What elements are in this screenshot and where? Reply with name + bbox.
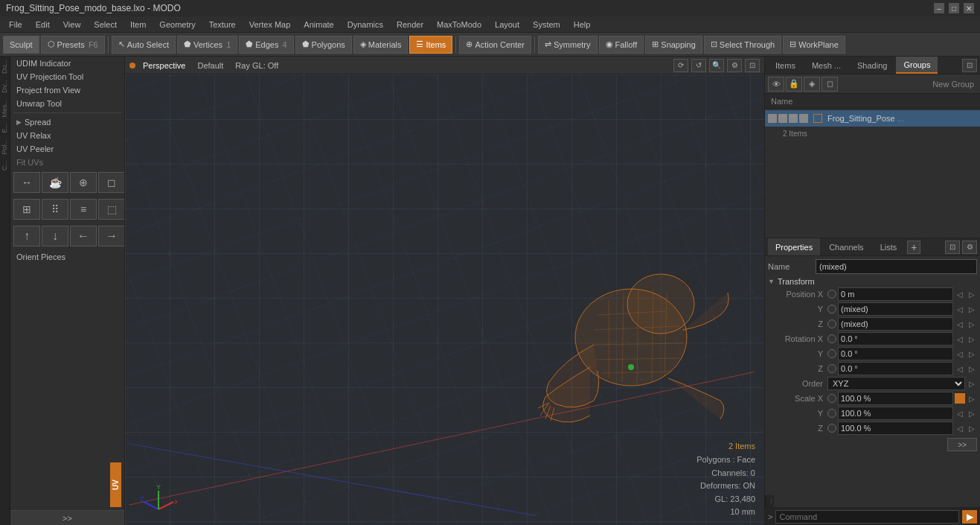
menu-layout[interactable]: Layout bbox=[489, 19, 525, 31]
prop-pos-y-lock[interactable]: ◁ bbox=[955, 304, 965, 314]
transform-section[interactable]: Transform bbox=[768, 277, 977, 286]
left-tab-pol[interactable]: Pol... bbox=[0, 136, 10, 158]
menu-edit[interactable]: Edit bbox=[30, 19, 56, 31]
tool-unwrap[interactable]: Unwrap Tool bbox=[10, 97, 124, 110]
tool-arrow-right[interactable]: → bbox=[98, 226, 124, 246]
materials-button[interactable]: ◈ Materials bbox=[353, 36, 409, 54]
prop-rot-x-radio[interactable] bbox=[827, 334, 836, 343]
maximize-button[interactable]: □ bbox=[949, 3, 959, 13]
prop-rot-y-radio[interactable] bbox=[827, 349, 836, 358]
polygons-button[interactable]: ⬟ Polygons bbox=[295, 36, 352, 54]
command-execute-button[interactable]: ▶ bbox=[962, 510, 977, 524]
tool-udim-indicator[interactable]: UDIM Indicator bbox=[10, 57, 124, 70]
items-tb-shade[interactable]: ◻ bbox=[822, 77, 838, 92]
props-expand-btn[interactable]: >> bbox=[947, 438, 977, 451]
window-controls[interactable]: – □ ✕ bbox=[934, 3, 974, 13]
prop-scale-x-lock[interactable]: ▷ bbox=[967, 393, 977, 404]
prop-pos-x-input[interactable] bbox=[838, 287, 953, 301]
left-tab-dv[interactable]: Dv... bbox=[0, 77, 10, 96]
viewport[interactable]: Perspective Default Ray GL: Off ⟳ ↺ 🔍 ⚙ … bbox=[125, 57, 764, 525]
prop-rot-x-anim[interactable]: ▷ bbox=[967, 334, 977, 344]
tool-spread[interactable]: ▶ Spread bbox=[10, 115, 124, 129]
close-button[interactable]: ✕ bbox=[964, 3, 974, 13]
edges-button[interactable]: ⬟ Edges 4 bbox=[239, 36, 293, 54]
rp-tab-shading[interactable]: Shading bbox=[850, 57, 894, 74]
viewport-raygl[interactable]: Ray GL: Off bbox=[231, 61, 283, 70]
props-tab-add[interactable]: + bbox=[907, 241, 920, 254]
prop-scale-y-input[interactable] bbox=[838, 407, 953, 420]
prop-pos-z-lock[interactable]: ◁ bbox=[955, 319, 965, 329]
viewport-perspective[interactable]: Perspective bbox=[138, 61, 190, 70]
prop-rot-x-input[interactable] bbox=[838, 332, 953, 346]
command-input[interactable] bbox=[775, 510, 959, 524]
action-center-button[interactable]: ⊕ Action Center bbox=[459, 36, 531, 54]
viewport-orbit-icon[interactable]: ⟳ bbox=[673, 59, 688, 72]
prop-scale-z-anim[interactable]: ▷ bbox=[967, 423, 977, 433]
auto-select-button[interactable]: ↖ Auto Select bbox=[112, 36, 176, 54]
menu-select[interactable]: Select bbox=[88, 19, 123, 31]
prop-rot-z-lock[interactable]: ◁ bbox=[955, 363, 965, 374]
viewport-canvas[interactable]: 2 Items Polygons : Face Channels: 0 Defo… bbox=[125, 74, 764, 525]
vertices-button[interactable]: ⬟ Vertices 1 bbox=[177, 36, 237, 54]
items-button[interactable]: ☰ Items bbox=[409, 36, 452, 54]
menu-system[interactable]: System bbox=[527, 19, 566, 31]
tool-arrow-left[interactable]: ← bbox=[70, 226, 97, 246]
symmetry-button[interactable]: ⇌ Symmetry bbox=[538, 36, 598, 54]
prop-pos-y-anim[interactable]: ▷ bbox=[967, 304, 977, 314]
menu-dynamics[interactable]: Dynamics bbox=[342, 19, 389, 31]
items-tb-lock[interactable]: 🔒 bbox=[786, 77, 802, 92]
items-tb-eye[interactable]: 👁 bbox=[768, 77, 784, 92]
items-tb-render[interactable]: ◈ bbox=[804, 77, 820, 92]
menu-view[interactable]: View bbox=[57, 19, 87, 31]
left-tab-mess[interactable]: Mes... bbox=[0, 96, 10, 121]
props-tab-lists[interactable]: Lists bbox=[873, 238, 905, 255]
prop-scale-y-radio[interactable] bbox=[827, 409, 836, 418]
menu-geometry[interactable]: Geometry bbox=[153, 19, 201, 31]
minimize-button[interactable]: – bbox=[934, 3, 944, 13]
menu-maxtomodo[interactable]: MaxToModo bbox=[431, 19, 487, 31]
prop-scale-y-lock[interactable]: ◁ bbox=[955, 408, 965, 419]
props-tab-properties[interactable]: Properties bbox=[768, 238, 820, 255]
prop-order-anim[interactable]: ▷ bbox=[967, 378, 977, 389]
props-expand-icon[interactable]: ⊡ bbox=[945, 241, 960, 254]
prop-pos-x-anim[interactable]: ▷ bbox=[967, 289, 977, 299]
rst-1[interactable]: ... bbox=[766, 495, 774, 507]
prop-pos-z-input[interactable] bbox=[838, 317, 953, 331]
prop-scale-x-anim[interactable] bbox=[955, 393, 965, 404]
prop-scale-x-input[interactable] bbox=[838, 392, 953, 405]
tool-project-from-view[interactable]: Project from View bbox=[10, 83, 124, 97]
tool-uv-peeler[interactable]: UV Peeler bbox=[10, 142, 124, 156]
prop-rot-y-lock[interactable]: ◁ bbox=[955, 349, 965, 359]
viewport-zoom-icon[interactable]: 🔍 bbox=[709, 59, 724, 72]
prop-scale-x-radio[interactable] bbox=[827, 394, 836, 403]
prop-rot-z-radio[interactable] bbox=[827, 364, 836, 373]
menu-render[interactable]: Render bbox=[391, 19, 429, 31]
tool-uv-relax[interactable]: UV Relax bbox=[10, 129, 124, 142]
viewport-settings-icon[interactable]: ⚙ bbox=[727, 59, 742, 72]
prop-pos-z-anim[interactable]: ▷ bbox=[967, 319, 977, 329]
tool-icon-axis[interactable]: ⊕ bbox=[70, 172, 97, 193]
list-item-frog[interactable]: Frog_Sitting_Pose ... bbox=[765, 110, 980, 127]
prop-pos-y-radio[interactable] bbox=[827, 305, 836, 314]
tool-fit-uvs[interactable]: Fit UVs bbox=[10, 156, 124, 169]
prop-scale-z-input[interactable] bbox=[838, 421, 953, 435]
left-tab-c[interactable]: C... bbox=[0, 157, 10, 174]
tool-icon-lines[interactable]: ≡ bbox=[70, 199, 97, 220]
prop-pos-x-lock[interactable]: ◁ bbox=[955, 289, 965, 299]
viewport-expand-icon[interactable]: ⊡ bbox=[745, 59, 760, 72]
prop-name-input[interactable] bbox=[816, 259, 977, 274]
select-through-button[interactable]: ⊡ Select Through bbox=[704, 36, 781, 54]
tool-icon-grid[interactable]: ⊞ bbox=[13, 199, 40, 220]
prop-pos-x-radio[interactable] bbox=[827, 290, 836, 299]
prop-rot-y-anim[interactable]: ▷ bbox=[967, 349, 977, 359]
workplane-button[interactable]: ⊟ WorkPlane bbox=[783, 36, 845, 54]
tool-icon-cup[interactable]: ☕ bbox=[42, 172, 68, 193]
prop-scale-z-radio[interactable] bbox=[827, 424, 836, 433]
prop-scale-z-lock[interactable]: ◁ bbox=[955, 423, 965, 433]
rp-tab-items[interactable]: Items bbox=[768, 57, 803, 74]
tool-icon-dots[interactable]: ⠿ bbox=[42, 199, 68, 220]
sculpt-button[interactable]: Sculpt bbox=[3, 36, 39, 54]
viewport-refresh-icon[interactable]: ↺ bbox=[691, 59, 706, 72]
prop-order-select[interactable]: XYZ XZY YXZ YZX ZXY ZYX bbox=[827, 377, 965, 390]
menu-item[interactable]: Item bbox=[124, 19, 152, 31]
